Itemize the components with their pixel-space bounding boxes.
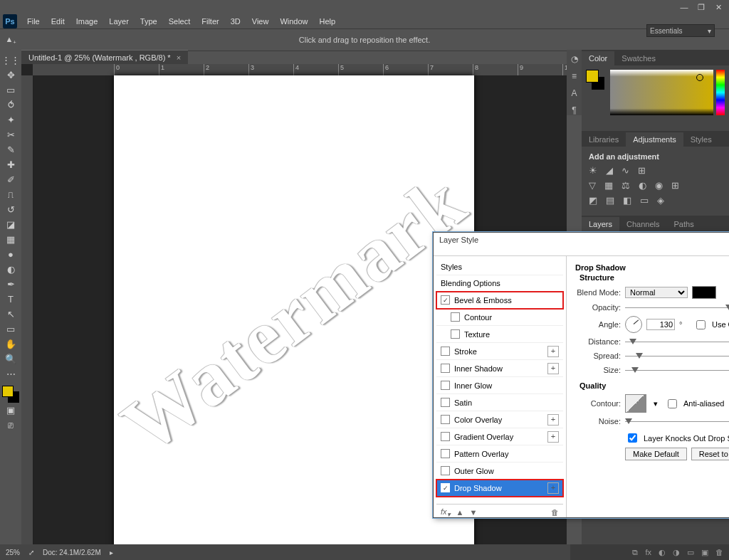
expand-icon[interactable]: ⤢ (28, 549, 34, 556)
reset-default-button[interactable]: Reset to Defa (691, 448, 729, 460)
style-item-gradient-overlay[interactable]: Gradient Overlay+ (436, 428, 563, 445)
hue-icon[interactable]: ▦ (604, 180, 613, 191)
quickmask-tool[interactable]: ▣ (2, 403, 19, 417)
style-checkbox[interactable] (441, 398, 450, 407)
menu-layer[interactable]: Layer (103, 16, 135, 27)
dodge-tool[interactable]: ◐ (2, 262, 19, 276)
style-item-inner-shadow[interactable]: Inner Shadow+ (436, 360, 563, 377)
menu-type[interactable]: Type (135, 16, 163, 27)
threshold-icon[interactable]: ◧ (623, 195, 631, 206)
dialog-title[interactable]: Layer Style (434, 233, 729, 256)
tab-libraries[interactable]: Libraries (582, 132, 626, 147)
spread-slider[interactable] (625, 354, 729, 358)
style-checkbox[interactable] (441, 415, 450, 424)
mask-icon[interactable]: ◐ (659, 548, 666, 557)
close-icon[interactable]: ✕ (710, 1, 726, 13)
hand-tool[interactable]: ✋ (2, 337, 19, 351)
more-tools[interactable]: ⋯ (2, 366, 19, 381)
trash-icon[interactable]: 🗑 (715, 548, 723, 556)
menu-help[interactable]: Help (314, 16, 342, 27)
style-checkbox[interactable] (451, 329, 460, 339)
tab-styles[interactable]: Styles (683, 132, 719, 147)
size-slider[interactable] (625, 369, 729, 372)
style-item-drop-shadow[interactable]: ✓Drop Shadow+ (436, 480, 563, 497)
eyedropper-tool[interactable]: ✎ (2, 142, 19, 157)
levels-icon[interactable]: ◢ (606, 165, 613, 176)
style-item-contour[interactable]: Contour (436, 309, 563, 326)
vibrance-icon[interactable]: ▽ (589, 180, 596, 191)
make-default-button[interactable]: Make Default (625, 448, 687, 460)
bw-icon[interactable]: ◐ (639, 180, 646, 191)
contour-picker[interactable] (625, 394, 646, 413)
style-checkbox[interactable]: ✓ (441, 295, 450, 305)
paragraph-panel-icon[interactable]: ¶ (572, 105, 576, 115)
zoom-level[interactable]: 25% (6, 549, 20, 556)
marquee-tool[interactable]: ▭ (2, 83, 19, 97)
use-global-light-checkbox[interactable] (696, 320, 706, 329)
style-item-pattern-overlay[interactable]: Pattern Overlay (436, 445, 563, 463)
style-checkbox[interactable] (451, 312, 460, 322)
heal-tool[interactable]: ✚ (2, 157, 19, 171)
eraser-tool[interactable]: ◪ (2, 217, 19, 231)
menu-select[interactable]: Select (163, 16, 196, 27)
add-effect-icon[interactable]: + (547, 482, 559, 494)
style-checkbox[interactable] (441, 381, 450, 390)
toolbox-handle[interactable]: ⋮⋮ (2, 53, 19, 67)
style-checkbox[interactable] (441, 449, 450, 458)
move-tool[interactable]: ✥ (2, 68, 19, 82)
blend-mode-select[interactable]: Normal (625, 287, 688, 298)
delete-style-icon[interactable]: 🗑 (551, 508, 559, 517)
group-icon[interactable]: ▭ (687, 548, 694, 557)
blur-tool[interactable]: ● (2, 247, 19, 261)
menu-file[interactable]: File (21, 16, 46, 27)
gradient-map-icon[interactable]: ▭ (640, 195, 649, 206)
knocks-out-checkbox[interactable] (628, 433, 637, 443)
minimize-icon[interactable]: — (676, 1, 692, 13)
fx-menu-icon[interactable]: fx▾ (441, 507, 451, 518)
balance-icon[interactable]: ⚖ (622, 180, 630, 191)
style-item-styles[interactable]: Styles (436, 259, 563, 275)
mixer-icon[interactable]: ⊞ (671, 180, 679, 191)
noise-slider[interactable] (625, 420, 729, 423)
opacity-slider[interactable] (625, 306, 729, 310)
move-tool-indicator[interactable]: ▲+ (0, 35, 21, 45)
close-tab-icon[interactable]: × (177, 53, 181, 62)
character-panel-icon[interactable]: A (571, 88, 577, 98)
add-effect-icon[interactable]: + (547, 363, 559, 374)
history-panel-icon[interactable]: ◔ (571, 54, 578, 64)
selective-icon[interactable]: ◈ (657, 195, 664, 206)
anti-aliased-checkbox[interactable] (668, 399, 677, 408)
screenmode-tool[interactable]: ⎚ (2, 418, 19, 432)
gradient-tool[interactable]: ▦ (2, 232, 19, 246)
crop-tool[interactable]: ✂ (2, 127, 19, 142)
invert-icon[interactable]: ◩ (589, 195, 597, 206)
brightness-icon[interactable]: ☀ (589, 165, 597, 176)
tab-layers[interactable]: Layers (582, 217, 619, 231)
properties-panel-icon[interactable]: ≡ (572, 71, 577, 81)
link-icon[interactable]: ⧉ (632, 548, 638, 557)
color-spectrum[interactable] (610, 70, 713, 115)
style-checkbox[interactable] (441, 364, 450, 373)
menu-view[interactable]: View (246, 16, 275, 27)
fx-icon[interactable]: fx (645, 548, 651, 556)
tab-swatches[interactable]: Swatches (614, 51, 663, 65)
angle-dial[interactable] (625, 316, 642, 333)
distance-slider[interactable] (625, 340, 729, 344)
adjust-layer-icon[interactable]: ◑ (673, 548, 680, 557)
wand-tool[interactable]: ✦ (2, 112, 19, 127)
angle-input[interactable] (646, 319, 675, 330)
style-checkbox[interactable] (441, 347, 450, 356)
restore-icon[interactable]: ❐ (693, 1, 709, 13)
hue-strip[interactable] (716, 70, 725, 115)
style-item-inner-glow[interactable]: Inner Glow (436, 377, 563, 394)
menu-image[interactable]: Image (70, 16, 104, 27)
move-up-icon[interactable]: ▲ (456, 508, 464, 517)
tab-adjustments[interactable]: Adjustments (626, 132, 683, 147)
style-item-color-overlay[interactable]: Color Overlay+ (436, 411, 563, 428)
chevron-right-icon[interactable]: ▸ (110, 549, 113, 556)
style-item-stroke[interactable]: Stroke+ (436, 343, 563, 360)
shape-tool[interactable]: ▭ (2, 322, 19, 336)
document-tab[interactable]: Untitled-1 @ 25% (Watermark , RGB/8) * × (21, 50, 188, 65)
color-swatches[interactable] (2, 386, 19, 403)
photo-filter-icon[interactable]: ◉ (655, 180, 663, 191)
